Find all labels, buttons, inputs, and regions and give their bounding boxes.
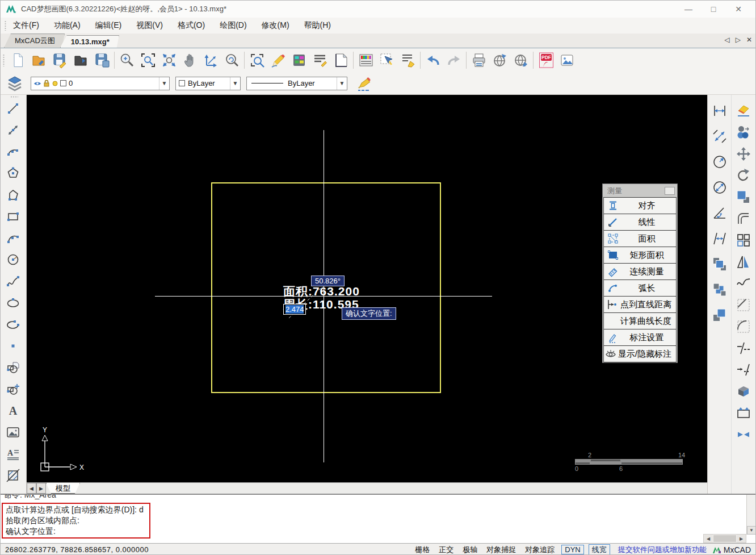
ellipse-icon[interactable] (5, 295, 21, 311)
draworder-front-icon[interactable] (712, 256, 728, 272)
polygon-icon[interactable] (5, 165, 21, 181)
spline-fit-icon[interactable] (736, 276, 751, 291)
color-table-icon[interactable] (355, 50, 376, 70)
layout-next-icon[interactable]: ▶ (36, 483, 46, 494)
aligned-dimension-icon[interactable] (712, 128, 728, 144)
radius-dimension-icon[interactable] (712, 154, 728, 170)
measure-item-rect-area[interactable]: 矩形面积 (603, 247, 677, 264)
maximize-button[interactable]: □ (701, 5, 726, 14)
point-icon[interactable] (5, 338, 21, 354)
polyline-icon[interactable] (5, 187, 21, 203)
toggle-otrack[interactable]: 对象追踪 (525, 545, 555, 555)
menu-modify[interactable]: 修改(M) (262, 20, 289, 31)
page-setup-icon[interactable] (330, 50, 351, 70)
layer-manager-icon[interactable] (4, 73, 25, 94)
draworder-above-icon[interactable] (712, 307, 728, 323)
chevron-down-icon[interactable]: ▼ (159, 77, 169, 90)
join-icon[interactable] (736, 427, 751, 443)
layout-prev-icon[interactable]: ◀ (27, 483, 36, 494)
close-button[interactable]: ✕ (726, 5, 751, 14)
minimize-button[interactable]: — (676, 5, 701, 14)
measure-item-dim-settings[interactable]: 标注设置 (603, 329, 677, 346)
array-icon[interactable] (736, 232, 751, 248)
ucs-axes-icon[interactable] (200, 50, 221, 70)
model-tab[interactable]: 模型 (46, 483, 80, 494)
toggle-osnap[interactable]: 对象捕捉 (486, 545, 516, 555)
measure-item-curve-length[interactable]: 计算曲线长度 (603, 312, 677, 329)
erase-icon[interactable] (736, 103, 751, 119)
tab-mxcad-cloud[interactable]: MxCAD云图 (4, 34, 65, 48)
new-file-icon[interactable] (7, 50, 28, 70)
scroll-down-icon[interactable]: ▼ (747, 526, 755, 535)
copy-icon[interactable] (736, 124, 751, 140)
insert-block-icon[interactable] (5, 360, 21, 375)
toggle-ortho[interactable]: 正交 (439, 545, 453, 555)
toggle-grid[interactable]: 栅格 (415, 545, 430, 555)
dimension-spacing-icon[interactable] (712, 231, 728, 247)
menu-function[interactable]: 功能(A) (54, 20, 81, 31)
find-text-icon[interactable] (246, 50, 267, 70)
menu-help[interactable]: 帮助(H) (304, 20, 331, 31)
open-folder-icon[interactable] (70, 50, 91, 70)
draworder-back-icon[interactable] (712, 282, 728, 298)
linear-dimension-icon[interactable] (712, 103, 728, 119)
measure-item-show-hide[interactable]: 显示/隐藏标注 (603, 345, 677, 362)
insert-image-icon[interactable] (556, 50, 577, 70)
save-file-icon[interactable] (49, 50, 70, 70)
tab-next-icon[interactable]: ▷ (736, 36, 741, 44)
print-icon[interactable] (468, 50, 489, 70)
measure-item-linear[interactable]: 线性 (603, 214, 677, 231)
tab-current-drawing[interactable]: 10.13.mxg* (60, 35, 119, 48)
multiline-text-icon[interactable]: A (5, 446, 21, 462)
measure-item-continuous[interactable]: 连续测量 (603, 263, 677, 280)
ellipse-arc-icon[interactable] (5, 316, 21, 332)
chamfer-icon[interactable] (736, 297, 751, 313)
web-publish-icon[interactable] (489, 50, 510, 70)
scrollbar-thumb[interactable] (713, 535, 736, 542)
feedback-link[interactable]: 提交软件问题或增加新功能 (618, 545, 707, 555)
properties-table-icon[interactable] (288, 50, 309, 70)
tab-prev-icon[interactable]: ◁ (724, 36, 729, 44)
zoom-dynamic-icon[interactable] (221, 50, 242, 70)
spline-icon[interactable] (5, 273, 21, 289)
scroll-right-icon[interactable]: ▶ (737, 535, 746, 543)
rotate-icon[interactable] (736, 168, 751, 183)
arc-3point-icon[interactable] (5, 144, 21, 160)
measure-item-align[interactable]: 对齐 (603, 197, 677, 214)
command-horizontal-scrollbar[interactable]: ◀ ▶ (703, 534, 746, 543)
measure-item-point-to-line[interactable]: 点到直线距离 (603, 296, 677, 313)
rectangle-icon[interactable] (5, 208, 21, 224)
create-block-icon[interactable] (5, 381, 21, 397)
pan-hand-icon[interactable] (179, 50, 200, 70)
mirror-icon[interactable] (736, 254, 751, 270)
tab-close-icon[interactable]: ✕ (746, 36, 752, 44)
explode-icon[interactable] (736, 383, 751, 399)
menu-edit[interactable]: 编辑(E) (95, 20, 122, 31)
measure-item-area[interactable]: 面积 (603, 230, 677, 247)
select-entity-icon[interactable] (376, 50, 397, 70)
scroll-left-icon[interactable]: ◀ (704, 535, 713, 543)
menu-file[interactable]: 文件(F) (13, 20, 39, 31)
arc-icon[interactable] (5, 230, 21, 246)
entity-edit-icon[interactable] (397, 50, 418, 70)
web-edit-icon[interactable] (510, 50, 531, 70)
pdf-export-icon[interactable]: PDF (535, 50, 556, 70)
chevron-down-icon[interactable]: ▼ (230, 77, 240, 90)
hatch-icon[interactable] (5, 468, 21, 483)
construction-line-icon[interactable] (5, 122, 21, 138)
zoom-in-icon[interactable] (116, 50, 137, 70)
menu-format[interactable]: 格式(O) (178, 20, 205, 31)
zoom-extents-icon[interactable] (158, 50, 179, 70)
single-text-icon[interactable]: A (5, 403, 21, 419)
angular-dimension-icon[interactable] (712, 205, 728, 221)
trim-icon[interactable] (736, 340, 751, 356)
toggle-dyn[interactable]: DYN (561, 545, 583, 554)
chevron-down-icon[interactable]: ▼ (337, 77, 347, 90)
linetype-combo[interactable]: ByLayer ▼ (246, 77, 347, 90)
menu-view[interactable]: 视图(V) (136, 20, 163, 31)
dyn-distance-input[interactable]: 2.474 (283, 304, 306, 315)
text-style-list-icon[interactable] (309, 50, 330, 70)
open-drawing-icon[interactable] (28, 50, 49, 70)
sketch-pencil-icon[interactable] (267, 50, 288, 70)
pencil-icon[interactable] (353, 73, 374, 94)
